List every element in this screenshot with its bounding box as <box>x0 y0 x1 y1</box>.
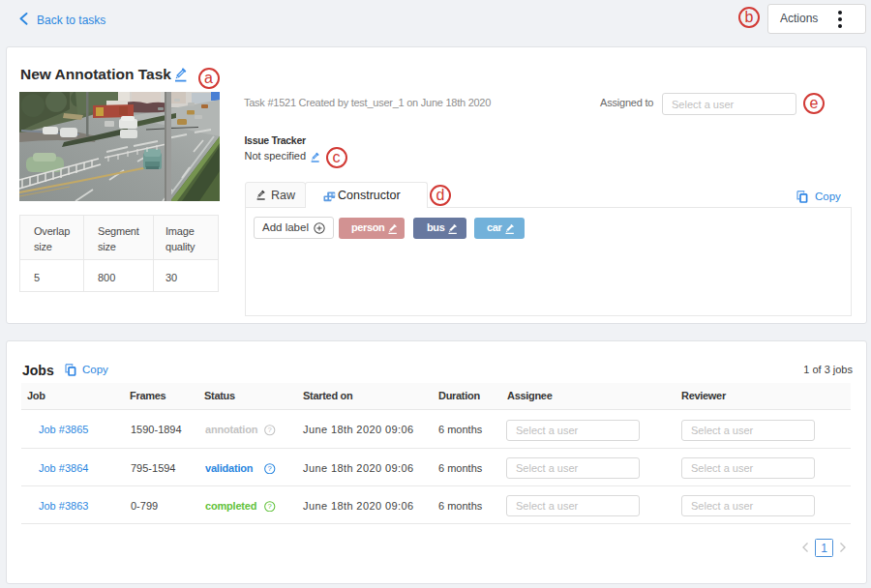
svg-text:?: ? <box>268 464 272 473</box>
svg-text:?: ? <box>268 426 272 434</box>
svg-text:?: ? <box>268 502 272 511</box>
